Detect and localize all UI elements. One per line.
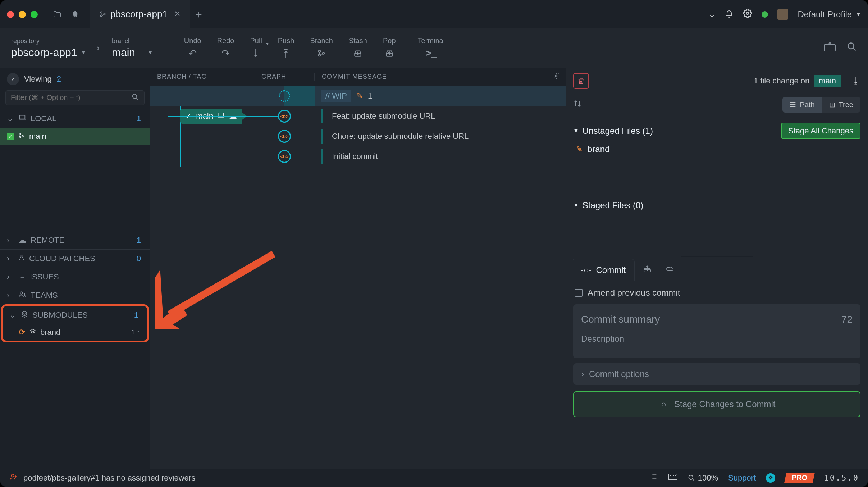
file-item-brand[interactable]: ✎ brand: [573, 139, 860, 159]
file-item-label: brand: [588, 144, 609, 154]
svg-point-1: [100, 15, 102, 17]
sidebar-section-teams[interactable]: › TEAMS: [0, 286, 150, 304]
commit-row-wip[interactable]: // WIP ✎ 1: [150, 86, 566, 106]
amend-label: Amend previous commit: [588, 288, 680, 298]
gear-icon[interactable]: [547, 72, 566, 81]
drag-handle[interactable]: [681, 256, 753, 257]
back-button[interactable]: ‹: [7, 73, 19, 85]
viewing-row: ‹ Viewing 2: [0, 68, 150, 90]
redo-button[interactable]: Redo ↷: [209, 28, 242, 68]
chevron-right-icon: ›: [95, 28, 101, 68]
path-view-button[interactable]: ☰ Path: [782, 97, 822, 113]
graph-node-wip: [279, 90, 290, 102]
maximize-window-button[interactable]: [31, 11, 38, 18]
discard-button[interactable]: [573, 73, 589, 89]
commit-options-toggle[interactable]: › Commit options: [573, 363, 860, 385]
section-count: 0: [137, 254, 143, 263]
wip-count: 1: [368, 91, 372, 101]
commit-description-input[interactable]: Description: [581, 329, 853, 352]
sidebar-section-local[interactable]: ⌄ LOCAL 1: [0, 109, 150, 128]
unstaged-header[interactable]: ▼ Unstaged Files (1) Stage All Changes: [573, 123, 860, 139]
avatar[interactable]: [777, 9, 788, 20]
rocket-icon[interactable]: [69, 8, 82, 21]
search-icon[interactable]: [847, 42, 857, 54]
terminal-button[interactable]: Terminal >_: [410, 28, 453, 68]
sidebar-section-submodules[interactable]: ⌄ SUBMODULES 1: [3, 306, 147, 324]
branch-selector[interactable]: branch main ▼: [101, 28, 162, 68]
staged-header[interactable]: ▼ Staged Files (0): [573, 200, 860, 210]
close-tab-icon[interactable]: ✕: [174, 9, 181, 19]
minimize-window-button[interactable]: [19, 11, 26, 18]
stage-changes-to-commit-button[interactable]: -○- Stage Changes to Commit: [573, 391, 860, 417]
sort-icon[interactable]: [573, 99, 582, 110]
section-label: LOCAL: [31, 114, 56, 123]
status-notice[interactable]: podfeet/pbs-gallery#1 has no assigned re…: [23, 473, 195, 483]
commit-message-box: Commit summary 72 Description: [573, 304, 860, 358]
filter-input-wrap: [5, 90, 145, 105]
commit-tab[interactable]: -○- Commit: [572, 259, 635, 281]
chevron-down-icon[interactable]: ⌄: [708, 9, 716, 19]
branch-pill: main: [814, 75, 841, 87]
col-header-graph: GRAPH: [254, 73, 315, 81]
repo-selector[interactable]: repository pbscorp-app1 ▼: [0, 28, 95, 68]
redo-icon: ↷: [221, 47, 230, 59]
cli-panel-icon[interactable]: [824, 42, 836, 54]
checkbox[interactable]: [575, 289, 583, 297]
commit-icon: -○-: [581, 265, 591, 275]
svg-point-0: [100, 12, 102, 13]
sidebar-section-issues[interactable]: › ISSUES: [0, 268, 150, 286]
section-label: ISSUES: [30, 272, 59, 282]
folder-icon[interactable]: [51, 8, 64, 21]
commit-row[interactable]: ✓ main ☁ <b> Feat: update submo: [150, 106, 566, 126]
pull-button[interactable]: Pull ⭳: [242, 28, 270, 68]
svg-point-15: [556, 75, 557, 77]
tab-repo[interactable]: pbscorp-app1 ✕: [90, 0, 190, 28]
list-icon[interactable]: [650, 473, 658, 483]
sidebar-section-cloud-patches[interactable]: › CLOUD PATCHES 0: [0, 249, 150, 268]
chevron-right-icon: ›: [7, 236, 14, 245]
filter-input[interactable]: [5, 90, 145, 105]
sidebar: ‹ Viewing 2 ⌄ LOCAL 1: [0, 68, 150, 469]
submodule-item-brand[interactable]: ⟳ brand 1 ↑: [3, 324, 147, 341]
stash-button[interactable]: Stash: [341, 28, 375, 68]
undo-button[interactable]: Undo ↶: [176, 28, 209, 68]
commit-accent-bar: [321, 149, 323, 164]
feedback-icon[interactable]: ❖: [766, 473, 775, 483]
sidebar-section-remote[interactable]: › ☁ REMOTE 1: [0, 231, 150, 249]
branch-label: main: [29, 132, 46, 141]
commit-row[interactable]: <b> Chore: update submodule relative URL: [150, 126, 566, 146]
download-icon[interactable]: ⭳: [852, 76, 860, 86]
laptop-icon: [18, 114, 26, 124]
zoom-control[interactable]: 100%: [688, 473, 718, 483]
cloud-share-icon[interactable]: [660, 259, 680, 281]
keyboard-icon[interactable]: [668, 473, 678, 483]
commit-accent-bar: [321, 129, 323, 144]
pop-button[interactable]: Pop: [375, 28, 404, 68]
profile-dropdown[interactable]: Default Profile ▼: [798, 9, 861, 19]
sidebar-branch-main[interactable]: ✓ main: [0, 128, 150, 145]
commit-message: Chore: update submodule relative URL: [332, 132, 469, 141]
version-label: 10.5.0: [824, 473, 859, 482]
push-button[interactable]: Push ⭱: [270, 28, 302, 68]
branch-button[interactable]: Branch: [302, 28, 341, 68]
col-header-branch: BRANCH / TAG: [150, 73, 254, 81]
file-change-label: 1 file change on: [754, 76, 809, 86]
svg-point-9: [133, 94, 137, 99]
svg-point-12: [19, 136, 21, 138]
pencil-icon: ✎: [576, 145, 583, 154]
viewing-count: 2: [57, 74, 61, 84]
commit-row[interactable]: <b> Initial commit: [150, 146, 566, 167]
bell-icon[interactable]: [725, 9, 734, 20]
commit-graph-panel: BRANCH / TAG GRAPH COMMIT MESSAGE: [150, 68, 566, 469]
section-label: TEAMS: [31, 291, 58, 300]
status-dot-icon: [762, 11, 768, 18]
cloud-patch-icon[interactable]: [638, 259, 657, 281]
amend-checkbox-row[interactable]: Amend previous commit: [566, 281, 868, 304]
tree-view-button[interactable]: ⊞ Tree: [822, 97, 860, 113]
stage-all-button[interactable]: Stage All Changes: [781, 123, 860, 139]
gear-icon[interactable]: [743, 9, 752, 20]
new-tab-button[interactable]: ＋: [190, 0, 208, 28]
support-link[interactable]: Support: [728, 473, 756, 483]
commit-summary-input[interactable]: Commit summary: [581, 314, 660, 325]
close-window-button[interactable]: [7, 11, 14, 18]
